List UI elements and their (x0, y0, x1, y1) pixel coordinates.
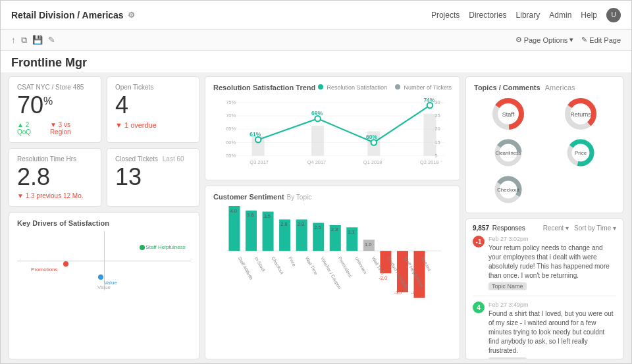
kd-x-axis-label: Value (97, 284, 111, 290)
resolution-label: Resolution Time Hrs (17, 155, 93, 163)
save-icon[interactable]: 💾 (32, 35, 43, 45)
closed-tickets-card: Closed Tickets Last 60 13 (107, 148, 199, 207)
sentiment-chart-svg: 4.0 3.6 3.5 2.8 2.8 2.5 2.3 2.1 1.0 -2.0… (213, 206, 452, 297)
svg-text:15: 15 (434, 140, 440, 145)
trend-title: Resolution Satisfaction Trend (213, 84, 315, 91)
svg-text:Price: Price (575, 150, 587, 156)
key-drivers-title: Key Drivers of Satisfaction (17, 219, 191, 227)
svg-text:-4.2: -4.2 (411, 290, 419, 296)
sentiment-card: Customer Sentiment By Topic (205, 186, 460, 359)
csat-card: CSAT NYC / Store 485 70% ▲ 2 QoQ ▼ 3 vs … (9, 76, 101, 143)
svg-text:69%: 69% (311, 110, 323, 117)
open-tickets-label: Open Tickets (115, 84, 191, 91)
svg-text:Staff: Staff (502, 111, 515, 118)
svg-text:Voucher / Coupon: Voucher / Coupon (319, 256, 342, 290)
donut-returns-svg: Returns (562, 95, 599, 132)
nav-title-area: Retail Division / Americas ⚙ (11, 10, 135, 20)
page-options-chevron: ▾ (569, 36, 573, 44)
svg-text:In-Stock: In-Stock (254, 256, 267, 273)
svg-text:Wait Time: Wait Time (305, 256, 319, 276)
comment-topic-1[interactable]: Topic Name (488, 282, 527, 290)
svg-text:70%: 70% (226, 113, 236, 118)
svg-text:3.6: 3.6 (247, 212, 253, 218)
page-options-button[interactable]: ⚙ Page Options ▾ (515, 36, 574, 44)
comments-header: 9,857 Responses Recent ▾ Sort by Time ▾ (473, 224, 616, 232)
trend-legend: Resolution Satisfaction Number of Ticket… (318, 84, 452, 91)
topics-card: Topics / Comments Americas Staff (465, 76, 623, 213)
svg-text:2.1: 2.1 (348, 229, 354, 235)
svg-text:Promotions: Promotions (338, 256, 354, 278)
page-title-bar: Frontline Mgr (1, 51, 631, 72)
kd-point-staff (140, 245, 145, 250)
second-cards-row: Resolution Time Hrs 2.8 ▼ 1.3 previous 1… (9, 148, 199, 207)
comment-score-1: -1 (473, 236, 485, 247)
svg-text:2.8: 2.8 (298, 221, 304, 227)
recent-sort[interactable]: Recent ▾ (543, 224, 569, 232)
toolbar-left: ↑ ⧉ 💾 ✎ (11, 35, 55, 45)
legend-satisfaction: Resolution Satisfaction (318, 84, 387, 91)
svg-text:55%: 55% (226, 153, 236, 159)
comment-text-1: Your return policy needs to change and y… (488, 244, 616, 280)
kd-label-staff: Staff Helpfulness (145, 244, 185, 250)
open-tickets-card: Open Tickets 4 ▼ 1 overdue (107, 76, 199, 143)
donut-grid: Staff Returns (474, 95, 615, 206)
nav-admin[interactable]: Admin (549, 11, 571, 20)
kd-label-promotions: Promotions (31, 267, 57, 273)
edit-page-icon: ✎ (581, 36, 587, 44)
comments-card: 9,857 Responses Recent ▾ Sort by Time ▾ … (465, 219, 623, 359)
svg-text:Price: Price (288, 256, 297, 267)
svg-text:2.8: 2.8 (280, 221, 287, 227)
avatar[interactable]: U (606, 8, 621, 22)
donut-returns: Returns (562, 95, 599, 132)
svg-point-14 (255, 137, 261, 143)
comment-meta-1: Feb 27 3:02pm (488, 236, 616, 242)
page-options-icon: ⚙ (515, 36, 522, 44)
share-icon[interactable]: ↑ (11, 35, 16, 45)
edit-icon[interactable]: ✎ (48, 35, 55, 45)
donut-cleanliness: Cleanliness (492, 136, 525, 169)
open-tickets-value: 4 (115, 92, 191, 118)
csat-label: CSAT NYC / Store 485 (17, 84, 93, 91)
toolbar: ↑ ⧉ 💾 ✎ ⚙ Page Options ▾ ✎ Edit Page (1, 30, 631, 51)
nav-help[interactable]: Help (581, 11, 597, 20)
svg-point-15 (315, 116, 321, 122)
comment-topic-2[interactable]: Topic Name (488, 357, 527, 359)
svg-text:Checkout: Checkout (271, 256, 285, 275)
svg-rect-11 (311, 126, 324, 156)
svg-text:30: 30 (434, 99, 440, 105)
svg-text:25: 25 (434, 113, 440, 118)
csat-qoq: ▲ 2 QoQ (17, 121, 45, 136)
donut-checkout: Checkout (492, 173, 525, 206)
edit-page-button[interactable]: ✎ Edit Page (581, 36, 621, 44)
sentiment-title: Customer Sentiment (213, 193, 284, 201)
donut-checkout-svg: Checkout (492, 173, 525, 206)
svg-text:1.0: 1.0 (365, 242, 371, 247)
svg-text:Cleanliness: Cleanliness (496, 150, 521, 156)
csat-region: ▼ 3 vs Region (50, 121, 93, 136)
svg-rect-13 (423, 114, 436, 156)
nav-projects[interactable]: Projects (431, 11, 460, 20)
copy-icon[interactable]: ⧉ (21, 35, 27, 45)
page-options-label: Page Options (524, 36, 568, 44)
responses-count: 9,857 Responses (473, 224, 525, 232)
key-drivers-card: Key Drivers of Satisfaction Staff Helpfu… (9, 212, 199, 359)
center-column: Resolution Satisfaction Trend Resolution… (205, 76, 460, 359)
svg-point-17 (427, 103, 433, 109)
svg-text:61%: 61% (250, 131, 261, 138)
comment-body-1: Feb 27 3:02pm Your return policy needs t… (488, 236, 616, 290)
settings-icon[interactable]: ⚙ (128, 11, 135, 20)
svg-text:20: 20 (434, 126, 440, 132)
svg-text:Q3 2017: Q3 2017 (250, 159, 269, 165)
resolution-footer: ▼ 1.3 previous 12 Mo. (17, 192, 93, 199)
donut-cleanliness-svg: Cleanliness (492, 136, 525, 169)
nav-directories[interactable]: Directories (469, 11, 506, 20)
main-content: CSAT NYC / Store 485 70% ▲ 2 QoQ ▼ 3 vs … (1, 72, 631, 363)
nav-links: Projects Directories Library Admin Help … (431, 8, 621, 22)
time-sort[interactable]: Sort by Time ▾ (574, 224, 616, 232)
resolution-value: 2.8 (17, 164, 93, 190)
page-breadcrumb: Retail Division / Americas (11, 10, 124, 20)
nav-library[interactable]: Library (516, 11, 540, 20)
comment-item-2: 4 Feb 27 3:49pm Found a shirt that I lov… (473, 301, 616, 359)
kd-point-promotions (63, 261, 68, 267)
page-title: Frontline Mgr (11, 56, 87, 69)
